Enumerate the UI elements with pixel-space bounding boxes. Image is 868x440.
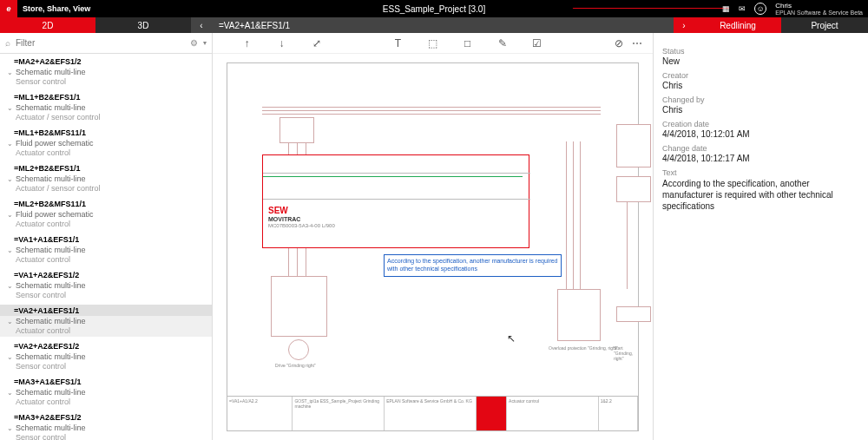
grid-icon[interactable]: ▦ [722,4,730,13]
eplan-logo: e [0,0,17,17]
text-tool-icon[interactable]: T [391,36,405,50]
accent-line [556,0,729,17]
redline-comment[interactable]: According to the specification, another … [384,254,562,277]
prev-page-icon[interactable]: ↑ [240,36,254,50]
overload-label: Overload protection "Grinding, right" [549,345,618,351]
creator-label: Creator [662,71,859,80]
cdate-label: Creation date [662,120,859,128]
user-name: Chris [775,2,863,10]
next-page-icon[interactable]: ↓ [275,36,289,50]
page-tree: =MA2+A2&EFS1/2⌄Schematic multi-lineSenso… [0,54,212,440]
chevron-down-icon[interactable]: ▾ [203,39,207,47]
mail-icon[interactable]: ✉ [739,4,746,13]
mdate-label: Change date [662,144,859,153]
tree-item[interactable]: =ML1+B2&EFS1/1⌄Schematic multi-lineActua… [0,89,212,125]
rect-tool-icon[interactable]: □ [461,36,475,50]
movitrac-label: MOVITRAC [268,216,300,222]
tree-item[interactable]: =MA3+A1&EFS1/1⌄Schematic multi-lineActua… [0,374,212,410]
tree-item[interactable]: =VA1+A2&EFS1/2⌄Schematic multi-lineSenso… [0,267,212,303]
tree-item[interactable]: =ML2+B2&EFS1/1⌄Schematic multi-lineActua… [0,161,212,196]
brand-text: EPLAN Software & Service Beta [775,10,863,16]
status-label: Status [662,47,859,56]
project-title: ESS_Sample_Project [3.0] [383,4,485,14]
collapse-left-icon[interactable]: ‹ [191,17,212,33]
sew-brand: SEW [268,206,288,215]
page-path: =VA2+A1&EFS1/1 [212,17,674,33]
changedby-label: Changed by [662,95,859,104]
redline-box[interactable]: SEW MOVITRAC MC07B0003-5A3-4-00 L/900 [262,154,529,248]
canvas[interactable]: Drive "Grinding right" Overload protecti… [213,54,653,440]
creator-value: Chris [662,81,859,90]
cdate-value: 4/4/2018, 10:12:01 AM [662,129,859,139]
viewer-toolbar: ↑ ↓ ⤢ T ⬚ □ ✎ ☑ ⊘ ⋯ [213,33,653,54]
hide-icon[interactable]: ⊘ [612,36,626,50]
sidebar: ⌕ ⚙ ▾ =MA2+A2&EFS1/2⌄Schematic multi-lin… [0,33,213,440]
more-icon[interactable]: ⋯ [630,36,644,50]
user-icon[interactable]: ☺ [754,3,766,15]
changedby-value: Chris [662,105,859,115]
detail-panel: Status New Creator Chris Changed by Chri… [653,33,868,440]
pencil-tool-icon[interactable]: ✎ [496,36,510,50]
tb-cell: EPLAN Software & Service GmbH & Co. KG [385,397,477,430]
schematic-drawing: Drive "Grinding right" Overload protecti… [227,62,639,431]
start-label: Start "Grinding, right" [614,345,638,361]
tab-redlining[interactable]: Redlining [694,17,781,33]
fit-icon[interactable]: ⤢ [310,36,324,50]
viewer: ↑ ↓ ⤢ T ⬚ □ ✎ ☑ ⊘ ⋯ [213,33,653,440]
status-value: New [662,56,859,66]
partno-label: MC07B0003-5A3-4-00 L/900 [268,223,335,228]
tab-bar: 2D 3D ‹ =VA2+A1&EFS1/1 › Redlining Proje… [0,17,868,33]
tree-item[interactable]: =VA2+A1&EFS1/1⌄Schematic multi-lineActua… [0,303,212,338]
tree-item[interactable]: =VA2+A2&EFS1/2⌄Schematic multi-lineSenso… [0,338,212,374]
filter-input[interactable] [16,38,185,48]
settings-icon[interactable]: ⚙ [190,38,198,48]
collapse-right-icon[interactable]: › [674,17,694,33]
tree-item[interactable]: =ML1+B2&MFS11/1⌄Fluid power schematicAct… [0,125,212,161]
tb-cell: =VA1+A1/A2.2 [227,397,293,430]
tree-item[interactable]: =VA1+A1&EFS1/1⌄Schematic multi-lineActua… [0,232,212,267]
search-icon: ⌕ [5,38,10,48]
drive-label: Drive "Grinding right" [275,363,316,368]
tab-3d[interactable]: 3D [95,17,191,33]
cursor-icon: ↖ [507,332,516,345]
tb-cell: GOST_tpl1a ESS_Sample_Project Grinding m… [293,397,385,430]
tree-item[interactable]: =ML2+B2&MFS11/1⌄Fluid power schematicAct… [0,196,212,232]
edit-tool-icon[interactable]: ☑ [530,36,544,50]
tab-2d[interactable]: 2D [0,17,95,33]
slogan: Store, Share, View [23,4,90,13]
text-label: Text [662,168,859,177]
top-bar: e Store, Share, View ESS_Sample_Project … [0,0,868,17]
title-block: =VA1+A1/A2.2 GOST_tpl1a ESS_Sample_Proje… [227,396,638,430]
tb-cell: Actuator control [507,397,599,430]
select-tool-icon[interactable]: ⬚ [426,36,440,50]
tb-cell: 1&2.2 [599,397,638,430]
tb-logo [477,397,507,430]
tab-project[interactable]: Project [781,17,868,33]
tree-item[interactable]: =MA2+A2&EFS1/2⌄Schematic multi-lineSenso… [0,54,212,89]
text-value: According to the specification, another … [662,178,859,212]
tree-item[interactable]: =MA3+A2&EFS1/2⌄Schematic multi-lineSenso… [0,410,212,440]
mdate-value: 4/4/2018, 10:12:17 AM [662,154,859,163]
